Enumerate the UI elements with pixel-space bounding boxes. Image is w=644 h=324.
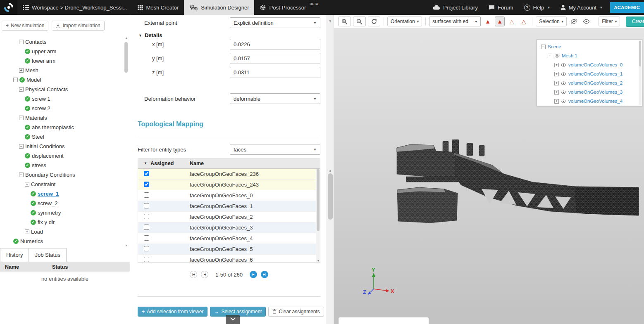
zoom-out-button[interactable]	[353, 17, 366, 26]
collapse-panel-icon[interactable]: ◂	[329, 168, 331, 173]
column-assigned[interactable]: Assigned	[150, 161, 174, 166]
project-library-button[interactable]: Project Library	[427, 0, 483, 15]
collapse-icon[interactable]: −	[19, 116, 24, 120]
tree-item-stress[interactable]: ✓stress	[0, 161, 122, 170]
entity-filter-select[interactable]: faces ▼	[230, 144, 320, 155]
face-row[interactable]: faceGroupOnGeoFaces_2	[138, 212, 320, 222]
scene-volume-row[interactable]: +volumeOnGeoVolumes_2	[537, 78, 642, 88]
visibility-eye-icon[interactable]	[561, 72, 566, 76]
sort-desc-icon[interactable]: ▼	[144, 161, 147, 165]
tab-post-processor[interactable]: Post-Processor BETA	[254, 0, 323, 15]
collapse-icon[interactable]: −	[13, 78, 18, 82]
assigned-checkbox[interactable]	[144, 192, 149, 198]
tree-item-materials[interactable]: −Materials	[0, 113, 122, 123]
assigned-checkbox[interactable]	[144, 257, 149, 262]
face-row[interactable]: faceGroupOnGeoFaces_1	[138, 201, 320, 212]
orientation-dropdown[interactable]: Orientation ▾	[387, 17, 422, 26]
forum-button[interactable]: Forum	[483, 0, 519, 15]
new-simulation-button[interactable]: + New simulation	[2, 21, 48, 31]
selection-dropdown[interactable]: Selection ▾	[536, 17, 567, 26]
expand-icon[interactable]: +	[19, 68, 24, 73]
z-input[interactable]	[230, 67, 320, 78]
details-toggle[interactable]: ▼ Details	[138, 32, 162, 38]
tree-item-screw-2[interactable]: ✓screw_2	[0, 199, 122, 208]
tree-item-contacts[interactable]: −Contacts	[0, 37, 122, 47]
tree-item-lower-arm[interactable]: ✓lower arm	[0, 56, 122, 66]
filter-dropdown[interactable]: Filter ▾	[599, 17, 620, 26]
zoom-in-button[interactable]	[338, 17, 351, 26]
tree-item-screw-1[interactable]: ✓screw_1	[0, 189, 122, 199]
collapse-icon[interactable]: −	[548, 54, 552, 58]
drone-arm-mesh-model[interactable]	[394, 140, 642, 228]
faces-table-scrollbar[interactable]: ▼	[316, 169, 320, 262]
scene-mesh-row[interactable]: − Mesh 1	[537, 51, 642, 60]
assigned-checkbox[interactable]	[144, 225, 149, 230]
scene-volume-row[interactable]: +volumeOnGeoVolumes_0	[537, 60, 642, 69]
tree-item-upper-arm[interactable]: ✓upper arm	[0, 47, 122, 56]
panel-scrollbar[interactable]: ◂ ◂	[327, 15, 334, 324]
tree-item-screw-1[interactable]: ✓screw 1	[0, 94, 122, 104]
visibility-eye-icon[interactable]	[554, 54, 560, 58]
collapse-icon[interactable]: −	[19, 87, 24, 92]
clear-assignments-button[interactable]: Clear assignments	[268, 307, 324, 317]
tab-simulation-designer[interactable]: Simulation Designer	[184, 0, 254, 15]
viewport-3d[interactable]: − Scene − Mesh 1 +volumeOnGeoVolumes_0+v…	[334, 28, 644, 324]
collapse-icon[interactable]: −	[19, 173, 24, 177]
tree-item-load[interactable]: +Load	[0, 227, 122, 236]
expand-icon[interactable]: +	[554, 99, 559, 104]
tree-item-mesh[interactable]: +Mesh	[0, 66, 122, 75]
tree-item-physical-contacts[interactable]: −Physical Contacts	[0, 85, 122, 94]
prev-page-button[interactable]: ◀	[201, 271, 208, 278]
mesh-outline-triangle-icon[interactable]: △	[507, 17, 517, 26]
help-menu[interactable]: ? Help ▾	[519, 0, 555, 15]
collapsed-bottom-panel[interactable]	[338, 317, 429, 324]
faces-scrollbar-thumb[interactable]	[317, 169, 320, 231]
collapse-icon[interactable]: −	[541, 45, 546, 49]
face-row[interactable]: faceGroupOnGeoFaces_0	[138, 190, 320, 201]
last-page-button[interactable]: ▶|	[261, 271, 268, 278]
assigned-checkbox[interactable]	[144, 235, 149, 241]
tab-history[interactable]: History	[0, 248, 29, 262]
scene-volume-row[interactable]: +volumeOnGeoVolumes_1	[537, 69, 642, 78]
assigned-checkbox[interactable]	[144, 246, 149, 251]
next-page-button[interactable]: ▶	[250, 271, 257, 278]
expand-icon[interactable]: +	[554, 72, 559, 76]
tree-item-fix-y-dir[interactable]: ✓fix y dir	[0, 218, 122, 227]
collapse-icon[interactable]: −	[19, 40, 24, 44]
show-all-eye-icon[interactable]	[581, 17, 592, 26]
simscale-logo[interactable]	[0, 0, 17, 15]
first-page-button[interactable]: |◀	[190, 271, 197, 278]
tree-item-displacement[interactable]: ✓displacement	[0, 151, 122, 161]
assigned-checkbox[interactable]	[144, 203, 149, 208]
deformation-select[interactable]: deformable ▼	[230, 93, 320, 104]
scroll-down-icon[interactable]: ▼	[124, 244, 129, 247]
tree-item-boundary-conditions[interactable]: −Boundary Conditions	[0, 170, 122, 180]
import-simulation-button[interactable]: Import simulation	[52, 21, 104, 31]
tree-item-symmetry[interactable]: ✓symmetry	[0, 208, 122, 218]
scroll-down-indicator[interactable]	[226, 315, 240, 324]
expand-icon[interactable]: +	[554, 63, 559, 67]
collapse-icon[interactable]: −	[19, 144, 24, 149]
scene-volume-row[interactable]: +volumeOnGeoVolumes_4	[537, 97, 642, 106]
expand-icon[interactable]: +	[554, 81, 559, 85]
external-point-select[interactable]: Explicit definition ▼	[230, 17, 320, 28]
refresh-view-button[interactable]	[368, 17, 380, 26]
x-input[interactable]	[230, 39, 320, 50]
scene-root-row[interactable]: − Scene	[537, 42, 642, 51]
face-row[interactable]: faceGroupOnGeoFaces_5	[138, 244, 320, 255]
face-row[interactable]: faceGroupOnGeoFaces_6	[138, 255, 320, 262]
assigned-checkbox[interactable]	[144, 171, 149, 176]
scroll-up-icon[interactable]: ▲	[124, 36, 129, 39]
expand-icon[interactable]: +	[554, 90, 559, 95]
collapse-icon[interactable]: −	[25, 182, 29, 187]
tree-item-model[interactable]: −✓Model	[0, 75, 122, 85]
add-selection-button[interactable]: + Add selection from viewer	[138, 307, 208, 317]
tree-item-steel[interactable]: ✓Steel	[0, 132, 122, 142]
visibility-eye-icon[interactable]	[561, 99, 566, 103]
panel-scrollbar-thumb[interactable]	[328, 173, 333, 220]
tab-mesh-creator[interactable]: Mesh Creator	[132, 0, 184, 15]
create-button[interactable]: Create	[626, 17, 644, 27]
scene-scrollbar-thumb[interactable]	[639, 41, 641, 66]
face-row[interactable]: faceGroupOnGeoFaces_4	[138, 233, 320, 244]
face-row[interactable]: faceGroupOnGeoFaces_3	[138, 222, 320, 233]
